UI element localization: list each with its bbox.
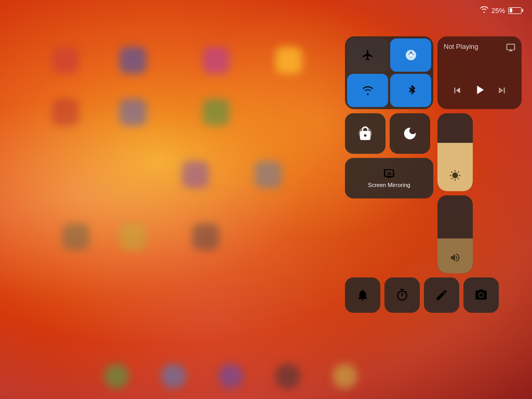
- bluetooth-button[interactable]: [390, 74, 431, 107]
- rewind-button[interactable]: [451, 85, 463, 99]
- brightness-icon: [449, 170, 461, 184]
- do-not-disturb-button[interactable]: [390, 113, 430, 154]
- rotation-lock-button[interactable]: [345, 113, 385, 154]
- control-center: Not Playing: [345, 36, 522, 313]
- timer-button[interactable]: [384, 277, 420, 313]
- media-controls: [444, 83, 515, 103]
- battery-percent: 25%: [491, 7, 505, 15]
- media-player-tile[interactable]: Not Playing: [437, 36, 522, 109]
- screen-mirroring-label: Screen Mirroring: [368, 181, 410, 189]
- volume-slider[interactable]: [437, 195, 473, 273]
- notes-button[interactable]: [424, 277, 459, 313]
- svg-point-1: [480, 294, 483, 297]
- wifi-status-icon: [480, 6, 488, 15]
- airplay-icon[interactable]: [506, 43, 515, 54]
- cc-middle-left: Screen Mirroring: [345, 113, 433, 198]
- cc-lock-moon-row: [345, 113, 433, 154]
- battery-indicator: [508, 7, 522, 14]
- airplane-mode-button[interactable]: [347, 38, 388, 72]
- cc-bottom-row: [345, 277, 522, 313]
- brightness-fill: [437, 143, 473, 191]
- not-playing-label: Not Playing: [444, 43, 478, 50]
- cc-sliders: [437, 113, 473, 273]
- alarm-button[interactable]: [345, 277, 380, 313]
- fast-forward-button[interactable]: [496, 85, 508, 99]
- cc-middle-section: Screen Mirroring: [345, 113, 522, 273]
- play-button[interactable]: [472, 83, 487, 101]
- media-header: Not Playing: [444, 43, 515, 54]
- camera-button[interactable]: [463, 277, 499, 313]
- screen-mirroring-button[interactable]: Screen Mirroring: [345, 158, 433, 198]
- brightness-slider[interactable]: [437, 113, 473, 191]
- cc-row-1: Not Playing: [345, 36, 522, 109]
- volume-icon: [449, 252, 461, 266]
- airdrop-button[interactable]: [390, 38, 431, 72]
- connectivity-grid: [345, 36, 433, 109]
- wifi-button[interactable]: [347, 74, 388, 107]
- status-bar: 25%: [480, 6, 522, 15]
